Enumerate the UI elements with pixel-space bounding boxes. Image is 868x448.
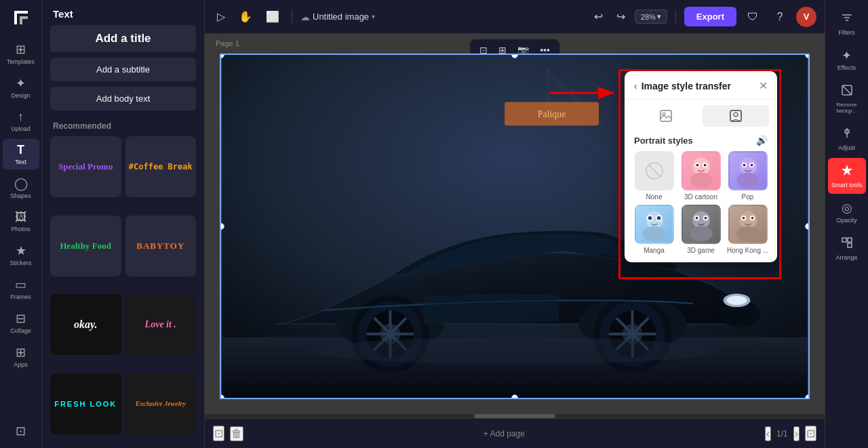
undo-button[interactable]: ↩ [590, 7, 607, 26]
popup-close-button[interactable]: ✕ [759, 79, 768, 92]
image-style-transfer-popup: ‹ Image style transfer ✕ Portrait styles… [625, 71, 777, 262]
handle-top-right[interactable] [805, 54, 810, 58]
rs-item-filters[interactable]: Filters [828, 5, 866, 41]
document-title[interactable]: ☁ Untitled image ▾ [300, 12, 375, 22]
adjust-icon [840, 126, 854, 143]
svg-point-65 [736, 226, 760, 241]
svg-point-53 [643, 226, 666, 241]
shapes-icon: ◯ [14, 176, 28, 191]
style-item-3d-game[interactable]: 3D game [679, 205, 722, 254]
plus-icon: + [484, 429, 488, 439]
add-subtitle-button[interactable]: Add a subtitle [50, 58, 196, 81]
canvas-scrollbar[interactable] [205, 414, 825, 418]
help-button[interactable]: ? [769, 6, 791, 28]
svg-rect-78 [848, 243, 852, 247]
sidebar-item-frames[interactable]: ▭ Frames [3, 273, 39, 304]
style-item-3d-cartoon[interactable]: 3D cartoon [679, 151, 722, 201]
style-item-pop[interactable]: Pop [726, 151, 769, 201]
rs-item-effects[interactable]: ✦ Effects [828, 43, 866, 77]
shield-button[interactable]: 🛡 [742, 6, 764, 28]
svg-line-39 [648, 165, 660, 177]
frames-icon: ▭ [15, 277, 26, 292]
style-card-label: Healthy Food [60, 241, 111, 251]
sidebar-item-shapes[interactable]: ◯ Shapes [3, 172, 39, 203]
delete-button[interactable]: 🗑 [230, 426, 243, 441]
style-grid-popup: None 3D cartoon Pop [625, 151, 777, 254]
prev-page-button[interactable]: ‹ [765, 426, 771, 441]
style-card-label: #Coffee Break [129, 162, 193, 171]
hand-tool[interactable]: ✋ [235, 7, 256, 26]
rs-item-smart-tools[interactable]: Smart tools [828, 158, 866, 194]
rs-item-remove-bg[interactable]: Remove backgr... [828, 78, 866, 119]
popup-tabs [625, 100, 777, 132]
style-item-manga[interactable]: Manga [633, 205, 675, 254]
sidebar-item-text[interactable]: T Text [3, 139, 39, 169]
sidebar-item-upload[interactable]: ↑ Upload [3, 106, 39, 136]
style-card-fresh-look[interactable]: FRESH LOOK [50, 373, 121, 434]
add-body-button[interactable]: Add body text [50, 87, 196, 110]
next-page-button[interactable]: › [793, 426, 800, 441]
popup-back-button[interactable]: ‹ [634, 81, 637, 91]
app-logo [9, 5, 33, 30]
add-page-label: Add page [490, 429, 524, 439]
svg-point-46 [738, 157, 756, 175]
style-card-coffee-break[interactable]: #Coffee Break [125, 136, 197, 197]
style-item-hong-kong[interactable]: Hong Kong ... [726, 205, 769, 254]
style-item-none[interactable]: None [633, 151, 675, 201]
user-avatar[interactable]: V [796, 7, 816, 27]
style-card-babytoy[interactable]: BABYTOY [125, 216, 197, 277]
add-title-button[interactable]: Add a title [50, 25, 196, 52]
svg-point-50 [743, 164, 745, 167]
templates-icon: ⊞ [16, 42, 26, 57]
rs-item-adjust[interactable]: Adjust [828, 121, 866, 157]
grid-view-button[interactable]: ⊡ [213, 426, 224, 441]
text-options: Add a title Add a subtitle Add body text [42, 25, 204, 110]
svg-point-41 [690, 173, 713, 188]
panel-title: Text [42, 0, 204, 25]
svg-text:Palique: Palique [538, 109, 566, 119]
sidebar-item-photos[interactable]: 🖼 Photos [3, 206, 39, 237]
sidebar-item-more[interactable]: ⊡ [3, 420, 39, 443]
add-page-button[interactable]: + Add page [484, 429, 525, 439]
page-label: Page 1 [216, 39, 239, 47]
style-card-okay[interactable]: okay. [50, 294, 121, 355]
handle-bottom-mid[interactable] [511, 394, 518, 399]
zoom-chevron-icon: ▾ [657, 12, 661, 21]
arrange-icon [840, 236, 854, 253]
rs-item-arrange[interactable]: Arrange [828, 230, 866, 266]
style-card-love-it[interactable]: Love it . [125, 294, 197, 355]
style-card-special-promo[interactable]: Special Promo [50, 136, 121, 197]
collage-icon: ⊟ [16, 311, 26, 326]
sidebar-item-templates[interactable]: ⊞ Templates [3, 38, 39, 69]
svg-point-63 [704, 217, 707, 220]
sidebar-item-apps[interactable]: ⊞ Apps [3, 341, 39, 372]
style-card-label: Love it . [145, 319, 176, 330]
sidebar-item-design[interactable]: ✦ Design [3, 72, 39, 103]
svg-rect-2 [545, 68, 551, 202]
canvas-area[interactable]: Page 1 ⊡ ⊞ 📷 ••• [205, 34, 825, 418]
sidebar-item-stickers[interactable]: ★ Stickers [3, 239, 39, 270]
sidebar-item-collage[interactable]: ⊟ Collage [3, 307, 39, 338]
zoom-control[interactable]: 28% ▾ [635, 9, 667, 24]
frame-select-tool[interactable]: ⬜ [262, 7, 283, 26]
export-button[interactable]: Export [684, 7, 736, 26]
popup-header: ‹ Image style transfer ✕ [625, 71, 777, 100]
opacity-icon: ◎ [842, 201, 852, 216]
topbar: ▷ ✋ ⬜ ☁ Untitled image ▾ ↩ ↪ 28% ▾ Expor… [205, 0, 825, 34]
handle-mid-right[interactable] [805, 223, 810, 230]
fit-screen-button[interactable]: ⊡ [805, 426, 816, 441]
popup-tab-portrait[interactable] [703, 105, 770, 127]
svg-point-57 [656, 216, 660, 220]
handle-bottom-right[interactable] [805, 394, 810, 399]
popup-tab-image[interactable] [633, 105, 700, 127]
svg-point-45 [703, 164, 706, 167]
cursor-tool[interactable]: ▷ [213, 7, 229, 26]
redo-button[interactable]: ↪ [612, 7, 629, 26]
rs-item-opacity[interactable]: ◎ Opacity [828, 195, 866, 229]
style-card-label: Special Promo [58, 161, 113, 172]
svg-rect-32 [427, 277, 439, 283]
svg-point-37 [734, 113, 738, 117]
text-style-grid: Special Promo #Coffee Break Healthy Food… [42, 136, 204, 448]
style-card-healthy-food[interactable]: Healthy Food [50, 216, 121, 277]
style-card-exclusive-jewelry[interactable]: Exclusive Jewelry [125, 373, 197, 434]
